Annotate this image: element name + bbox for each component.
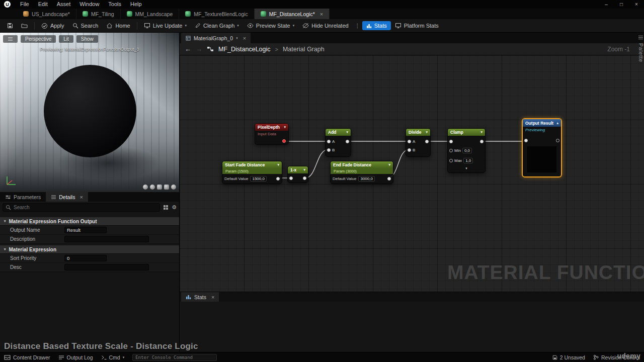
tab-stats[interactable]: Stats × [181,292,219,302]
tab-close-icon[interactable]: × [320,11,323,17]
viewport-options-button[interactable] [3,35,18,43]
menu-file[interactable]: File [16,0,34,9]
tab-label: MF_DistanceLogic* [269,11,315,17]
sort-priority-field[interactable]: 0 [64,255,107,261]
tab-close-icon[interactable]: × [211,294,214,300]
description-label: Description [0,236,64,242]
cmd-dropdown[interactable]: Cmd ▾ [101,354,125,360]
breadcrumb-current[interactable]: Material Graph [283,46,325,53]
input-pin-a[interactable] [408,140,411,143]
tab-us-landscape[interactable]: US_Landscape* [17,9,76,19]
stats-button[interactable]: Stats [362,21,391,30]
menu-help[interactable]: Help [126,0,146,9]
output-pin[interactable] [387,177,391,180]
preview-shape-cube-icon[interactable] [164,185,169,190]
output-pin[interactable] [346,140,349,143]
input-pin-a[interactable] [327,140,331,143]
console-command-input[interactable] [132,354,217,361]
default-value-field[interactable]: 1500,0 [250,176,266,182]
hide-unrelated-button[interactable]: Hide Unrelated [298,21,352,30]
palette-sidebar-tab[interactable]: Palette [638,35,643,62]
input-pin-b[interactable] [408,148,411,152]
preview-shape-sphere-icon[interactable] [150,185,155,190]
left-panel: Perspective Lit Show Previewing: Materia… [0,33,180,352]
home-button[interactable]: Home [102,21,134,30]
output-log-button[interactable]: Output Log [58,354,93,360]
node-divide[interactable]: Divide ▾ A B [406,128,431,157]
input-pin[interactable] [524,139,528,142]
node-title: Divide [409,130,422,135]
maximize-icon[interactable]: □ [614,0,629,9]
clean-graph-button[interactable]: Clean Graph ▾ [191,21,243,30]
search-button[interactable]: Search [68,21,103,30]
preview-viewport[interactable]: Perspective Lit Show Previewing: Materia… [0,33,179,192]
output-name-field[interactable]: Result [64,227,107,233]
max-pin[interactable] [449,159,453,162]
tab-mm-landscape[interactable]: MM_Landscape [121,9,180,19]
menu-asset[interactable]: Asset [52,0,75,9]
output-pin[interactable] [425,140,429,143]
description-field[interactable] [64,236,149,242]
back-arrow-icon[interactable]: ← [185,45,191,53]
forward-arrow-icon[interactable]: → [196,45,202,53]
node-start-fade-distance[interactable]: Start Fade Distance ▾ Param (1500) Defau… [222,161,282,184]
input-pin[interactable] [449,140,453,143]
menu-window[interactable]: Window [75,0,104,9]
section-material-expression[interactable]: ▾ Material Expression [0,245,179,254]
max-value-field[interactable]: 1,0 [463,158,473,163]
minimize-icon[interactable]: – [599,0,614,9]
gear-icon[interactable]: ⚙ [172,204,177,211]
node-pixeldepth[interactable]: PixelDepth ▾ Input Data [255,123,289,145]
output-pin[interactable] [480,140,484,143]
save-button[interactable] [3,21,17,30]
preview-shape-mesh-icon[interactable] [171,185,176,190]
output-pin[interactable] [303,176,306,180]
live-update-button[interactable]: Live Update ▾ [140,21,191,30]
desc-field[interactable] [64,264,149,270]
lit-button[interactable]: Lit [59,35,73,43]
node-add[interactable]: Add ▾ A B [325,128,351,157]
tab-mf-textureblendlogic[interactable]: MF_TextureBlendLogic [179,9,254,19]
breadcrumb-root[interactable]: MF_DistanceLogic [218,46,271,53]
graph-canvas[interactable]: MATERIAL FUNCTION PixelDepth ▾ Input Dat… [180,55,644,292]
tab-mf-distancelogic[interactable]: MF_DistanceLogic* × [255,9,330,19]
browse-button[interactable] [17,21,32,30]
tab-close-icon[interactable]: × [243,35,246,41]
details-search-input[interactable] [14,205,157,210]
min-value-field[interactable]: 0,0 [462,148,472,153]
tab-close-icon[interactable]: × [79,194,83,200]
details-search-box[interactable] [3,203,160,212]
input-pin-b[interactable] [327,148,331,152]
view-options-icon[interactable] [163,205,169,210]
tab-parameters[interactable]: Parameters [0,192,46,202]
menu-edit[interactable]: Edit [34,0,52,9]
perspective-button[interactable]: Perspective [21,35,56,43]
preview-shape-plane-icon[interactable] [157,185,162,190]
default-value-field[interactable]: 3000,0 [358,176,374,182]
content-drawer-button[interactable]: Content Drawer [4,354,50,360]
more-options-icon[interactable]: ⋮ [353,23,362,29]
close-icon[interactable]: × [629,0,644,9]
tab-mf-tiling[interactable]: MF_Tiling [76,9,121,19]
tab-details[interactable]: Details × [46,192,88,202]
node-expand-chevron-icon[interactable]: ▾ [448,165,485,172]
preview-state-button[interactable]: Preview State ▾ [243,21,298,30]
menu-tools[interactable]: Tools [104,0,126,9]
tab-materialgraph[interactable]: MaterialGraph_0 ▾ × [181,33,251,43]
node-output-result[interactable]: Output Result ▴ Previewing [522,118,562,177]
chevron-down-icon[interactable]: ▾ [236,36,238,40]
node-end-fade-distance[interactable]: End Fade Distance ▾ Param (3000) Default… [330,161,393,184]
output-pin[interactable] [276,177,280,180]
input-pin[interactable] [289,176,293,180]
node-one-minus[interactable]: 1-x ▾ [287,166,308,183]
section-material-expression-function-output[interactable]: ▾ Material Expression Function Output [0,217,179,226]
node-clamp[interactable]: Clamp ▾ Min 0,0 Max [447,128,486,173]
output-pin[interactable] [556,139,559,142]
platform-stats-button[interactable]: Platform Stats [391,21,443,30]
output-pin[interactable] [282,139,286,143]
preview-shape-cylinder-icon[interactable] [143,185,148,190]
unsaved-indicator[interactable]: 2 Unsaved [552,354,585,360]
apply-button[interactable]: Apply [37,21,68,31]
show-button[interactable]: Show [76,35,98,43]
min-pin[interactable] [449,149,453,152]
